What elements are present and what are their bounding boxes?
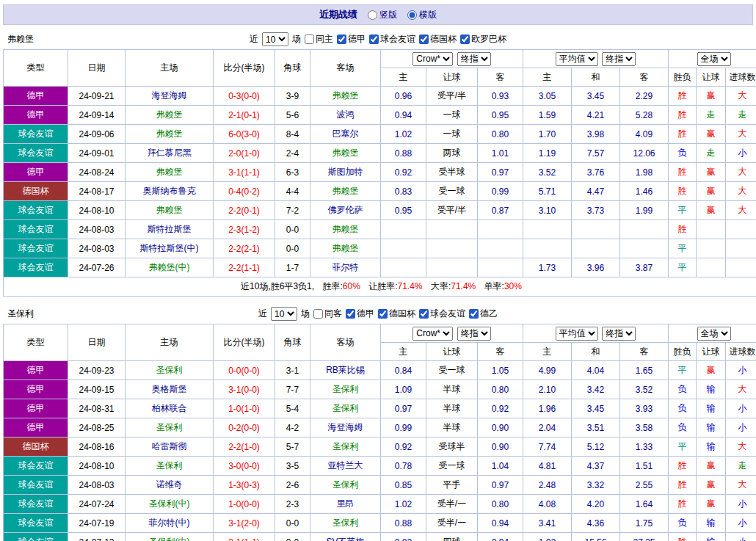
- league-type-badge: 球会友谊: [4, 514, 68, 533]
- avg-away: 5.28: [620, 106, 669, 125]
- league-filter[interactable]: 球会友谊: [369, 33, 415, 46]
- avg-away: [620, 239, 669, 258]
- same-venue-filter[interactable]: 同主: [305, 33, 333, 46]
- away-team-link[interactable]: 里昂: [310, 495, 381, 514]
- near-label: 近: [250, 33, 258, 46]
- away-team-link[interactable]: SV不莱梅: [310, 533, 381, 541]
- match-score: 2-3(1-2): [214, 220, 275, 239]
- away-team-link[interactable]: RB莱比锡: [310, 361, 381, 380]
- odds-stage-select[interactable]: 终指: [457, 327, 491, 341]
- home-team-link[interactable]: 圣保利(中): [126, 495, 214, 514]
- league-label: 德甲: [357, 308, 374, 320]
- view-vertical-option[interactable]: 竖版: [368, 9, 397, 21]
- league-checkbox[interactable]: [369, 35, 379, 44]
- home-team-link[interactable]: 斯特拉斯堡: [126, 220, 214, 239]
- avg-stage-select[interactable]: 终指: [602, 52, 636, 66]
- home-team-link[interactable]: 诺维奇: [126, 476, 214, 495]
- same-venue-checkbox[interactable]: [305, 35, 314, 44]
- home-team-link[interactable]: 哈雷斯彻: [126, 437, 214, 457]
- league-type-badge: 德甲: [4, 106, 68, 125]
- league-type-badge: 德国杯: [4, 437, 68, 457]
- home-team-link[interactable]: 弗赖堡: [126, 163, 214, 182]
- away-team-link[interactable]: 亚特兰大: [310, 457, 381, 476]
- odds-away: 0.95: [478, 106, 523, 125]
- away-team-link[interactable]: 弗赖堡: [310, 87, 381, 106]
- same-venue-filter[interactable]: 同客: [313, 308, 342, 320]
- league-checkbox[interactable]: [419, 309, 429, 319]
- home-team-link[interactable]: 弗赖堡: [126, 125, 214, 144]
- odds-stage-select[interactable]: 终指: [457, 52, 491, 66]
- league-filter[interactable]: 德甲: [337, 33, 366, 46]
- view-vertical-radio[interactable]: [368, 10, 377, 20]
- away-team-link[interactable]: 菲尔特: [310, 258, 381, 277]
- result-handicap: 赢: [697, 457, 726, 476]
- away-team-link[interactable]: 佛罗伦萨: [310, 201, 381, 220]
- home-team-link[interactable]: 圣保利: [126, 457, 214, 476]
- home-team-link[interactable]: 弗赖堡(中): [126, 258, 214, 277]
- league-type-badge: 球会友谊: [4, 220, 68, 239]
- match-count-select[interactable]: 10: [271, 307, 297, 321]
- away-team-link[interactable]: 波鸿: [310, 106, 381, 125]
- league-checkbox[interactable]: [337, 35, 346, 44]
- home-team-link[interactable]: 弗赖堡: [126, 106, 214, 125]
- fulltime-select[interactable]: 全场: [697, 327, 731, 341]
- view-horizontal-radio[interactable]: [407, 10, 417, 20]
- league-filter[interactable]: 球会友谊: [419, 308, 465, 320]
- home-team-link[interactable]: 斯特拉斯堡(中): [126, 239, 214, 258]
- odds-away: [478, 258, 523, 277]
- away-team-link[interactable]: 巴塞尔: [310, 125, 381, 144]
- avg-stage-select[interactable]: 终指: [602, 327, 636, 341]
- away-team-link[interactable]: 弗赖堡: [310, 144, 381, 163]
- league-filter[interactable]: 德国杯: [419, 33, 457, 46]
- avg-draw: 3.45: [572, 399, 620, 418]
- league-checkbox[interactable]: [419, 35, 429, 44]
- league-checkbox[interactable]: [378, 309, 388, 319]
- away-team-link[interactable]: 海登海姆: [310, 418, 381, 437]
- same-venue-checkbox[interactable]: [313, 309, 323, 319]
- league-checkbox[interactable]: [469, 309, 479, 319]
- home-team-link[interactable]: 奥格斯堡: [126, 380, 214, 399]
- away-team-link[interactable]: 圣保利: [310, 437, 381, 457]
- bookmaker-select[interactable]: Crow*: [412, 327, 453, 341]
- away-team-link[interactable]: 弗赖堡: [310, 182, 381, 201]
- away-team-link[interactable]: 弗赖堡: [310, 239, 381, 258]
- match-count-select[interactable]: 10: [262, 32, 288, 46]
- odds-away: 0.99: [478, 182, 523, 201]
- league-checkbox[interactable]: [460, 35, 470, 44]
- away-team-link[interactable]: 弗赖堡: [310, 220, 381, 239]
- league-filter[interactable]: 德甲: [346, 308, 374, 320]
- home-team-link[interactable]: 圣保利: [126, 418, 214, 437]
- away-team-link[interactable]: 圣保利: [310, 514, 381, 533]
- average-select[interactable]: 平均值: [556, 52, 598, 66]
- result-handicap: 赢: [697, 163, 726, 182]
- home-team-link[interactable]: 圣保利(中): [126, 533, 214, 541]
- result-handicap: [697, 258, 726, 277]
- away-team-link[interactable]: 圣保利: [310, 476, 381, 495]
- bookmaker-odds-group: Crow* 终指: [381, 50, 523, 68]
- home-team-link[interactable]: 菲尔特(中): [126, 514, 214, 533]
- away-team-link[interactable]: 圣保利: [310, 399, 381, 418]
- home-team-link[interactable]: 圣保利: [126, 361, 214, 380]
- view-horizontal-option[interactable]: 横版: [407, 9, 437, 21]
- home-team-link[interactable]: 柏林联合: [126, 399, 214, 418]
- bookmaker-select[interactable]: Crow*: [412, 52, 453, 66]
- away-team-link[interactable]: 斯图加特: [310, 163, 381, 182]
- away-team-link[interactable]: 圣保利: [310, 380, 381, 399]
- corner-score: 1-7: [275, 258, 310, 277]
- result-wdl: 胜: [669, 495, 697, 514]
- fulltime-select[interactable]: 全场: [697, 52, 731, 66]
- league-filter[interactable]: 德乙: [469, 308, 498, 320]
- avg-draw: 3.45: [572, 87, 620, 106]
- avg-draw: 5.12: [572, 437, 620, 457]
- home-team-link[interactable]: 拜仁慕尼黑: [126, 144, 214, 163]
- home-team-link[interactable]: 弗赖堡: [126, 201, 214, 220]
- league-filter[interactable]: 欧罗巴杯: [460, 33, 506, 46]
- league-checkbox[interactable]: [346, 309, 355, 319]
- league-filter[interactable]: 德国杯: [378, 308, 415, 320]
- home-team-link[interactable]: 海登海姆: [126, 87, 214, 106]
- home-team-link[interactable]: 奥斯纳布鲁克: [126, 182, 214, 201]
- result-goals: 小: [726, 399, 756, 418]
- stat-label: 大率:: [431, 281, 451, 291]
- average-select[interactable]: 平均值: [556, 327, 598, 341]
- match-score: 0-3(0-0): [214, 87, 275, 106]
